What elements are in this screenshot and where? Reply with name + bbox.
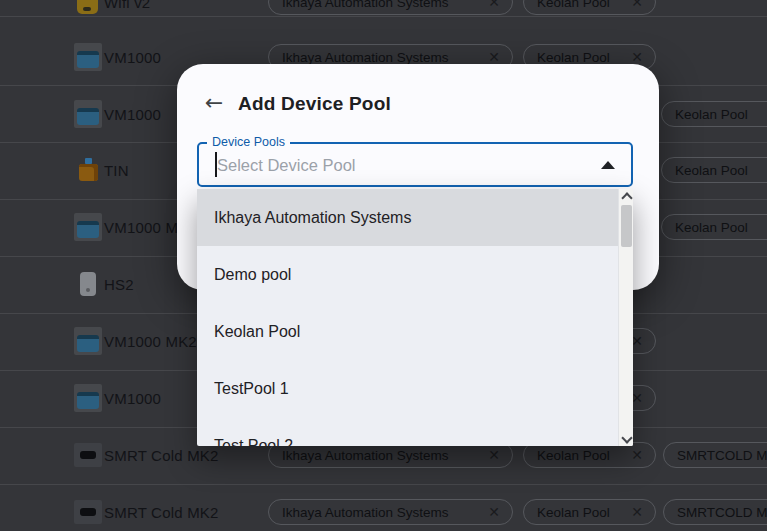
table-row[interactable]: Wifi v2Ikhaya Automation Systems✕Keolan … [0,0,767,31]
device-wifi-icon [74,0,102,16]
dropdown-option[interactable]: Test Pool 2 [197,417,618,446]
device-vm1000-art [74,327,102,355]
pool-chip[interactable]: Keolan Pool✕ [523,0,656,15]
device-pool-dropdown: Ikhaya Automation SystemsDemo poolKeolan… [197,189,633,446]
chip-close-icon[interactable]: ✕ [631,448,643,462]
device-vm1000-icon [74,100,102,128]
scrollbar-thumb[interactable] [621,205,632,247]
device-name-label: SMRT Cold MK2 [104,504,219,521]
device-name-label: HS2 [104,276,134,293]
chevron-down-icon [621,432,632,443]
pool-chip-label: Keolan Pool [537,448,610,463]
pool-chip-label: Keolan Pool [537,505,610,520]
device-name-label: VM1000 M [104,219,178,236]
pool-chip-label: SMRTCOLD M [677,448,767,463]
device-smrt-icon [74,441,102,469]
chip-close-icon[interactable]: ✕ [488,0,500,9]
scrollbar-up-button[interactable] [619,189,633,203]
table-row[interactable]: SMRT Cold MK2Ikhaya Automation Systems✕K… [0,484,767,531]
pool-chip[interactable]: SMRTCOLD M✕ [663,499,767,525]
device-name-label: VM1000 [104,106,161,123]
pool-chip[interactable]: SMRTCOLD M✕ [663,442,767,468]
caret-up-icon[interactable] [601,161,615,169]
pool-chip-label: Ikhaya Automation Systems [282,50,449,65]
device-wifi-art [77,0,98,14]
device-vm1000-art [74,43,102,71]
pool-chip[interactable]: Ikhaya Automation Systems✕ [268,0,513,15]
dropdown-option[interactable]: Ikhaya Automation Systems [197,189,618,246]
device-smrt-icon [74,498,102,526]
chip-close-icon[interactable]: ✕ [631,0,643,9]
device-vm1000-art [74,384,102,412]
device-smrt-art [74,500,102,524]
device-vm1000-art [74,213,102,241]
device-name-label: VM1000 [104,49,161,66]
chevron-up-icon [621,192,632,203]
device-smrt-art [74,443,102,467]
device-vm1000-icon [74,384,102,412]
device-tin-icon [74,156,102,184]
device-vm1000-art [74,100,102,128]
chip-close-icon[interactable]: ✕ [631,334,643,348]
chip-close-icon[interactable]: ✕ [488,448,500,462]
scrollbar-down-button[interactable] [619,432,633,446]
pool-chip-label: Ikhaya Automation Systems [282,505,449,520]
back-arrow-icon[interactable]: ← [199,88,229,118]
device-name-label: VM1000 [104,390,161,407]
device-name-label: VM1000 MK2 [104,333,197,350]
app-screen: Wifi v2Ikhaya Automation Systems✕Keolan … [0,0,767,531]
dropdown-option[interactable]: Keolan Pool [197,303,618,360]
chip-close-icon[interactable]: ✕ [631,391,643,405]
chip-close-icon[interactable]: ✕ [631,505,643,519]
device-name-label: TIN [104,162,129,179]
device-name-label: SMRT Cold MK2 [104,447,219,464]
device-vm1000-icon [74,327,102,355]
pool-chip-label: Keolan Pool [675,163,748,178]
pool-chip-label: Keolan Pool [537,0,610,10]
pool-chip[interactable]: Ikhaya Automation Systems✕ [268,499,513,525]
pool-chip[interactable]: Keolan Pool✕ [661,157,767,183]
dialog-title: Add Device Pool [238,93,391,115]
pool-chip-label: SMRTCOLD M [677,505,767,520]
scrollbar-track[interactable] [618,189,633,446]
chip-close-icon[interactable]: ✕ [488,50,500,64]
dropdown-option[interactable]: Demo pool [197,246,618,303]
pool-chip-label: Keolan Pool [675,220,748,235]
device-hs2-icon [74,270,102,298]
chip-close-icon[interactable]: ✕ [631,50,643,64]
pool-chip-label: Keolan Pool [537,50,610,65]
pool-chip[interactable]: Keolan Pool✕ [661,101,767,127]
device-vm1000-icon [74,43,102,71]
device-vm1000-icon [74,213,102,241]
dropdown-option[interactable]: TestPool 1 [197,360,618,417]
device-hs2-art [80,272,96,296]
pool-chip-label: Ikhaya Automation Systems [282,448,449,463]
pool-chip-label: Keolan Pool [675,107,748,122]
pool-chip-label: Ikhaya Automation Systems [282,0,449,10]
pool-chip[interactable]: Keolan Pool✕ [523,499,656,525]
device-pool-input[interactable] [217,152,587,178]
device-name-label: Wifi v2 [104,0,150,11]
field-label: Device Pools [207,135,290,149]
pool-chip[interactable]: Keolan Pool✕ [661,214,767,240]
chip-close-icon[interactable]: ✕ [488,505,500,519]
